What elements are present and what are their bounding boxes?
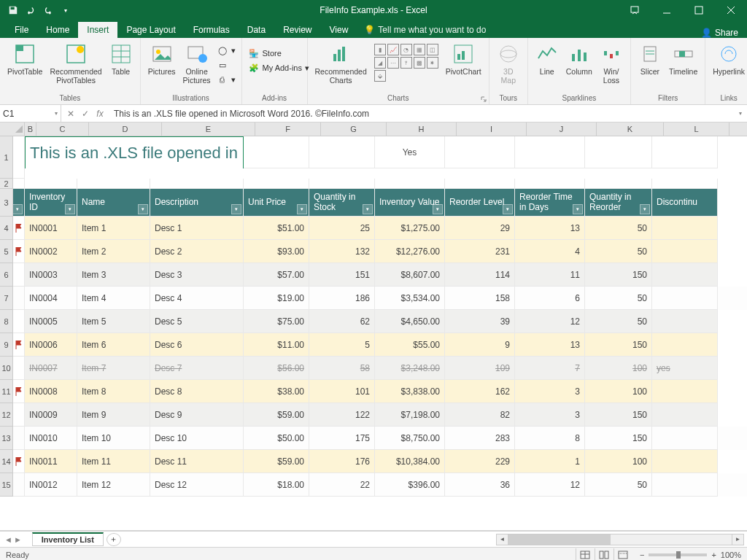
filter-cell[interactable]: ▾ — [13, 189, 25, 217]
cell-reorder-time[interactable]: 6 — [515, 287, 585, 310]
bar-chart-icon[interactable]: ▮ — [374, 44, 386, 55]
cell[interactable] — [585, 136, 652, 168]
cell-name[interactable]: Item 6 — [77, 333, 150, 357]
cell-discontinued[interactable]: yes — [652, 357, 718, 380]
cell-qty-reorder[interactable]: 50 — [585, 217, 652, 240]
cell-description[interactable]: Desc 6 — [150, 333, 244, 357]
formula-input[interactable]: This is an .XLS file opened in Microsoft… — [109, 109, 734, 119]
cell-discontinued[interactable] — [652, 380, 718, 403]
cell-discontinued[interactable] — [652, 473, 718, 497]
cell-unit-price[interactable]: $11.00 — [244, 333, 309, 357]
cell-inventory-value[interactable]: $8,750.00 — [375, 427, 445, 450]
header-unit-price[interactable]: Unit Price▾ — [244, 189, 309, 217]
cell-inventory-value[interactable]: $3,248.00 — [375, 357, 445, 380]
cell-qty-stock[interactable]: 175 — [309, 427, 375, 450]
recommended-pivot-tables-button[interactable]: Recommended PivotTables — [47, 41, 104, 86]
area-chart-icon[interactable]: ◢ — [374, 57, 386, 69]
cell-unit-price[interactable]: $93.00 — [244, 240, 309, 263]
cell-reorder-level[interactable]: 39 — [445, 310, 515, 333]
name-box[interactable]: C1▾ — [0, 105, 61, 122]
cell-qty-stock[interactable]: 62 — [309, 310, 375, 333]
cell-discontinued[interactable] — [652, 450, 718, 473]
cell-description[interactable]: Desc 4 — [150, 287, 244, 310]
cell[interactable] — [25, 179, 77, 189]
header-description[interactable]: Description▾ — [150, 189, 244, 217]
table-button[interactable]: Table — [107, 41, 136, 77]
tab-review[interactable]: Review — [274, 22, 320, 38]
cell[interactable] — [150, 179, 244, 189]
tab-home[interactable]: Home — [37, 22, 78, 38]
flag-cell[interactable] — [13, 310, 25, 333]
minimize-icon[interactable] — [651, 0, 683, 20]
cell-qty-reorder[interactable]: 50 — [585, 287, 652, 310]
page-break-view-icon[interactable] — [614, 548, 632, 561]
col-header-B[interactable]: B — [25, 122, 36, 136]
cell-qty-stock[interactable]: 122 — [309, 403, 375, 427]
flag-cell[interactable] — [13, 333, 25, 357]
zoom-control[interactable]: − + 100% — [640, 551, 741, 559]
cell-qty-stock[interactable]: 186 — [309, 287, 375, 310]
row-header[interactable]: 6 — [0, 263, 13, 287]
chevron-down-icon[interactable]: ▾ — [55, 110, 58, 117]
cell-unit-price[interactable]: $59.00 — [244, 450, 309, 473]
scroll-thumb[interactable] — [508, 534, 611, 545]
col-header-G[interactable]: G — [321, 122, 387, 136]
cell-reorder-time[interactable]: 12 — [515, 473, 585, 497]
tell-me-search[interactable]: 💡 Tell me what you want to do — [357, 22, 493, 38]
cell-qty-reorder[interactable]: 100 — [585, 380, 652, 403]
my-addins-button[interactable]: 🧩My Add-ins ▾ — [247, 61, 311, 74]
cell-inventory-value[interactable]: $12,276.00 — [375, 240, 445, 263]
cell[interactable] — [445, 179, 515, 189]
new-sheet-button[interactable]: ＋ — [107, 533, 121, 546]
header-inventory-value[interactable]: Inventory Value▾ — [375, 189, 445, 217]
cell-qty-reorder[interactable]: 150 — [585, 427, 652, 450]
zoom-out-icon[interactable]: − — [640, 551, 644, 559]
row-header[interactable]: 9 — [0, 333, 13, 357]
save-icon[interactable] — [4, 0, 22, 20]
cell[interactable] — [652, 179, 718, 189]
shapes-button[interactable]: ◯▾ — [215, 44, 237, 57]
cell-unit-price[interactable]: $56.00 — [244, 357, 309, 380]
cell[interactable] — [585, 179, 652, 189]
flag-cell[interactable] — [13, 240, 25, 263]
cell-name[interactable]: Item 8 — [77, 380, 150, 403]
cell[interactable] — [309, 179, 375, 189]
store-button[interactable]: 🏪Store — [247, 47, 311, 60]
header-qty-reorder[interactable]: Quantity in Reorder▾ — [585, 189, 652, 217]
cell-inventory-value[interactable]: $10,384.00 — [375, 450, 445, 473]
cell-name[interactable]: Item 10 — [77, 427, 150, 450]
expand-formula-icon[interactable]: ▾ — [734, 110, 747, 117]
cell[interactable] — [652, 136, 718, 168]
redo-icon[interactable] — [39, 0, 57, 20]
recommended-charts-button[interactable]: Recommended Charts — [312, 41, 370, 86]
col-header-D[interactable]: D — [89, 122, 162, 136]
horizontal-scrollbar[interactable]: ◄ ► — [496, 534, 744, 545]
col-header-J[interactable]: J — [527, 122, 597, 136]
row-header[interactable]: 3 — [0, 189, 13, 217]
undo-icon[interactable] — [22, 0, 39, 20]
cell[interactable] — [244, 179, 309, 189]
cell-inventory-id[interactable]: IN0009 — [25, 403, 77, 427]
row-header[interactable]: 4 — [0, 217, 13, 240]
cell-inventory-id[interactable]: IN0003 — [25, 263, 77, 287]
row-header[interactable]: 12 — [0, 403, 13, 427]
close-icon[interactable] — [715, 0, 747, 20]
sparkline-winloss-button[interactable]: Win/ Loss — [597, 41, 626, 86]
cell-qty-stock[interactable]: 176 — [309, 450, 375, 473]
cell-qty-reorder[interactable]: 150 — [585, 263, 652, 287]
col-header-C[interactable]: C — [36, 122, 89, 136]
filter-dropdown-icon[interactable]: ▾ — [503, 204, 513, 214]
maximize-icon[interactable] — [683, 0, 715, 20]
row-header[interactable]: 13 — [0, 427, 13, 450]
flag-cell[interactable] — [13, 287, 25, 310]
cell-reorder-level[interactable]: 283 — [445, 427, 515, 450]
cell[interactable] — [515, 136, 585, 168]
filter-dropdown-icon[interactable]: ▾ — [138, 204, 148, 214]
radar-chart-icon[interactable]: ✷ — [427, 57, 438, 69]
surface-chart-icon[interactable]: ▩ — [414, 57, 425, 69]
cell-inventory-value[interactable]: $3,534.00 — [375, 287, 445, 310]
filter-dropdown-icon[interactable]: ▾ — [13, 204, 23, 214]
cell-inventory-value[interactable]: $3,838.00 — [375, 380, 445, 403]
cell-qty-reorder[interactable]: 50 — [585, 473, 652, 497]
cell-name[interactable]: Item 5 — [77, 310, 150, 333]
